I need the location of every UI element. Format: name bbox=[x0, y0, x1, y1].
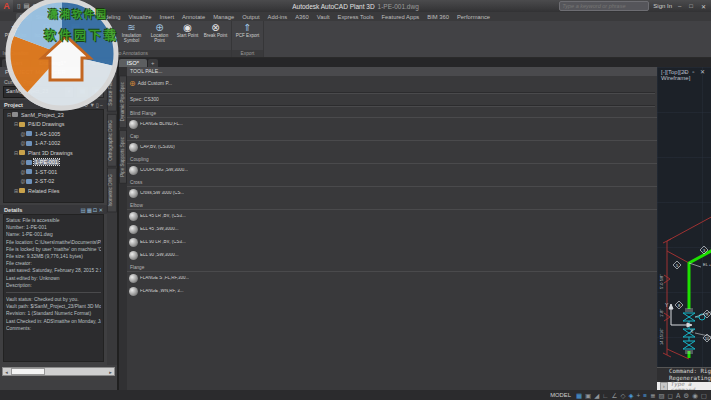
pcf-export-button[interactable]: ⇑PCF Export bbox=[234, 22, 261, 50]
ribbon-tab-modeling[interactable]: Modeling bbox=[93, 13, 125, 21]
insulation-symbol-button[interactable]: ≋Insulation Symbol bbox=[118, 22, 145, 50]
floor-symbol-button[interactable]: ▦Floor Symbol bbox=[62, 22, 89, 50]
signin-button[interactable]: Sign In bbox=[653, 3, 672, 9]
otrack-icon[interactable]: + bbox=[636, 391, 640, 400]
tree-item-plant-3d-drawings[interactable]: ⊟Plant 3D Drawings bbox=[4, 148, 103, 158]
file-tab-start[interactable]: Start bbox=[2, 59, 30, 67]
current-project-dropdown[interactable]: SanM_Project_23▾ bbox=[3, 86, 74, 98]
ribbon-tab-visualize[interactable]: Visualize bbox=[124, 13, 155, 21]
palette-item[interactable]: FLANGE S ,FL,RF,300... bbox=[127, 272, 657, 285]
ribbon-tab-iso[interactable]: Iso bbox=[16, 13, 32, 21]
command-window[interactable]: Command: Right-click to display the shor… bbox=[657, 367, 711, 390]
ribbon-tab-featured-apps[interactable]: Featured Apps bbox=[378, 13, 424, 21]
dropdown-arrow-icon[interactable]: ▾ bbox=[65, 87, 73, 97]
lineweight-icon[interactable]: ≣ bbox=[650, 391, 655, 400]
valve-symbols[interactable] bbox=[683, 313, 705, 349]
pm-tab-isometric-dwg[interactable]: Isometric DWG bbox=[107, 168, 117, 213]
osnap-icon[interactable]: ◈ bbox=[628, 391, 633, 400]
app-menu-button[interactable]: A bbox=[0, 0, 13, 12]
infer-icon[interactable]: ◢ bbox=[594, 391, 599, 400]
palette-item[interactable]: ELL 90 ,SW,3000... bbox=[127, 249, 657, 262]
close-button[interactable]: ✕ bbox=[699, 3, 708, 10]
details-toolbar[interactable]: ▤▦⊡✕ bbox=[80, 207, 107, 213]
ribbon-tab-a360[interactable]: A360 bbox=[291, 13, 313, 21]
ribbon-tab-output[interactable]: Output bbox=[238, 13, 263, 21]
palette-item[interactable]: ELL 90 LR ,BV, (CS3... bbox=[127, 236, 657, 249]
scroll-left-icon[interactable]: ◂ bbox=[3, 369, 10, 375]
pcf-to-iso-button[interactable]: ⇄PCF to Iso bbox=[2, 22, 29, 50]
tree-item-related-files[interactable]: ⊞Related Files bbox=[4, 186, 103, 196]
add-custom-part-item[interactable]: ⊕ Add Custom P... bbox=[127, 76, 657, 91]
palette-item[interactable]: COUPLING ,SW,3000... bbox=[127, 164, 657, 177]
file-tab-1-pe-001[interactable]: 1-PE-001* bbox=[75, 59, 118, 67]
workspace-dropdown-icon[interactable]: ▾ bbox=[68, 2, 71, 10]
help-search-input[interactable] bbox=[559, 1, 649, 11]
start-point-button[interactable]: ◉Start Point bbox=[174, 22, 201, 50]
drawing-canvas[interactable]: [-][Top][2D Wireframe] ‒ ▫ ✕ bbox=[657, 67, 711, 367]
clean-screen-icon[interactable]: ▢ bbox=[701, 391, 707, 400]
plot-icon[interactable]: ▥ bbox=[42, 2, 48, 10]
tree-item-1-a7-1002[interactable]: @1-A7-1002 bbox=[4, 139, 103, 149]
file-tab-iso[interactable]: ISO* bbox=[119, 59, 147, 67]
model-space-button[interactable]: MODEL bbox=[550, 392, 571, 398]
undo-icon[interactable]: ↶ bbox=[51, 2, 56, 10]
isodraft-icon[interactable]: ◇ bbox=[620, 391, 625, 400]
annotation-icon[interactable]: A bbox=[676, 391, 680, 400]
scroll-right-icon[interactable]: ▸ bbox=[107, 369, 114, 375]
flow-arrow-button[interactable]: →Flow Arrow bbox=[90, 22, 117, 50]
data-manager-button[interactable]: ▦ bbox=[91, 86, 104, 98]
selection-cycling-icon[interactable]: ◻ bbox=[668, 391, 673, 400]
palette-item[interactable]: FLANGE ,WN,RF, 3... bbox=[127, 285, 657, 298]
tree-item-2-st-02[interactable]: @2-ST-02 bbox=[4, 177, 103, 187]
palette-item[interactable]: ELL 45 LR ,BV, (CS3... bbox=[127, 210, 657, 223]
pm-tab-source-files[interactable]: Source Files bbox=[107, 73, 117, 112]
project-setup-button[interactable]: ▤ bbox=[76, 86, 89, 98]
ribbon-tab-insert[interactable]: Insert bbox=[156, 13, 179, 21]
restore-button[interactable]: □ bbox=[687, 3, 695, 9]
close-icon[interactable]: ✕ bbox=[98, 207, 104, 213]
dyn-input-icon[interactable]: ≡ bbox=[643, 391, 647, 400]
snap-icon[interactable]: ▣ bbox=[585, 391, 591, 400]
location-point-button[interactable]: ⊕Location Point bbox=[146, 22, 173, 50]
ribbon-tab-express-tools[interactable]: Express Tools bbox=[334, 13, 378, 21]
save-icon[interactable]: ▣ bbox=[33, 2, 39, 10]
ribbon-tab-structure[interactable]: Structure bbox=[32, 13, 64, 21]
tree-item-1-pe-001[interactable]: @1-PE-001 bbox=[4, 158, 103, 168]
ribbon-tab-add-ins[interactable]: Add-ins bbox=[264, 13, 292, 21]
workspace-gear-icon[interactable]: ⚙ bbox=[683, 391, 689, 400]
palette-item[interactable]: Cross,SW 3000 (CS... bbox=[127, 187, 657, 200]
tree-item-1-st-001[interactable]: @1-ST-001 bbox=[4, 167, 103, 177]
new-tab-button[interactable]: + bbox=[148, 59, 158, 67]
ribbon-tab-analysis[interactable]: Analysis bbox=[63, 13, 93, 21]
ortho-icon[interactable]: ∟ bbox=[602, 391, 608, 400]
minimize-button[interactable]: – bbox=[676, 3, 683, 9]
polar-icon[interactable]: ∠ bbox=[612, 391, 618, 400]
grid-icon[interactable]: ▦ bbox=[576, 391, 582, 400]
drawing-window-controls[interactable]: ‒ ▫ ✕ bbox=[683, 68, 707, 75]
tree-item-1-a5-1005[interactable]: @1-A5-1005 bbox=[4, 129, 103, 139]
transparency-icon[interactable]: ▨ bbox=[658, 391, 664, 400]
ribbon-tab-performance[interactable]: Performance bbox=[453, 13, 494, 21]
iso-message-button[interactable]: ✉Iso Message bbox=[34, 22, 61, 50]
palette-tab-dynamic-pipe-spec[interactable]: Dynamic Pipe Spec bbox=[119, 75, 127, 128]
palette-item[interactable]: CAP,BV, (CS300) bbox=[127, 141, 657, 154]
ribbon-tab-vault[interactable]: Vault bbox=[313, 13, 334, 21]
new-icon[interactable]: ▯ bbox=[17, 2, 21, 10]
annotation-monitor-icon[interactable]: ◉ bbox=[692, 391, 698, 400]
project-tree-toolbar[interactable]: ↻▼▯− bbox=[84, 102, 107, 108]
file-tab-drawing1[interactable]: Drawing1* bbox=[31, 59, 74, 67]
pm-tab-orthographic-dwg[interactable]: Orthographic DWG bbox=[107, 114, 117, 167]
collapse-icon[interactable]: − bbox=[100, 102, 104, 108]
palette-tab-pipe-supports-spec[interactable]: Pipe Supports Spec bbox=[119, 130, 127, 184]
tool-palettes-title[interactable]: TOOL PALE... bbox=[127, 67, 657, 76]
palette-item[interactable]: FLANGE BLIND,FL... bbox=[127, 118, 657, 131]
scrollbar-thumb[interactable] bbox=[11, 368, 45, 375]
tree-item-p-id-drawings[interactable]: ⊟P&ID Drawings bbox=[4, 120, 103, 130]
break-point-button[interactable]: ⊗Break Point bbox=[202, 22, 229, 50]
ribbon-tab-annotate[interactable]: Annotate bbox=[178, 13, 209, 21]
ribbon-tab-manage[interactable]: Manage bbox=[209, 13, 238, 21]
redo-icon[interactable]: ↷ bbox=[60, 2, 65, 10]
tree-item-sanm-project-23[interactable]: ⊟SanM_Project_23 bbox=[4, 110, 103, 120]
ribbon-tab-bim-360[interactable]: BIM 360 bbox=[423, 13, 453, 21]
open-icon[interactable]: ▤ bbox=[24, 2, 30, 10]
